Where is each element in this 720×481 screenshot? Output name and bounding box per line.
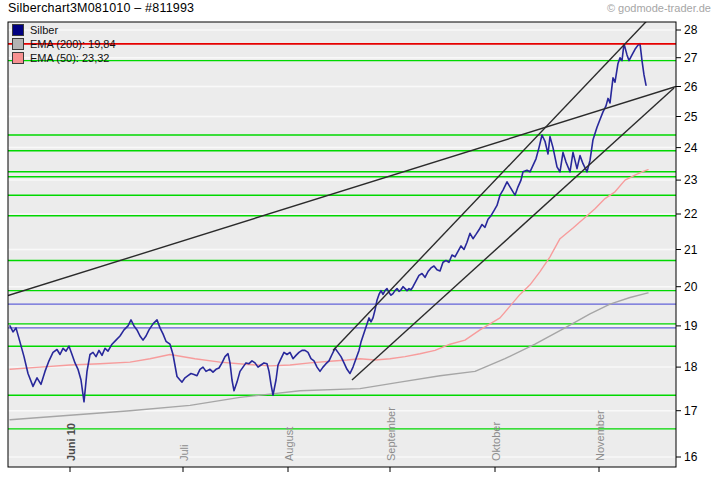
y-tick-label: 18 [684, 360, 698, 374]
y-tick-label: 17 [684, 404, 698, 418]
legend-swatch-ema200-icon [12, 38, 24, 50]
y-tick-label: 20 [684, 280, 698, 294]
price-chart: 16171819202122232425262728Juni 10JuliAug… [0, 0, 720, 481]
legend-swatch-silber-icon [12, 24, 24, 36]
y-tick-label: 21 [684, 243, 698, 257]
chart-window: 16171819202122232425262728Juni 10JuliAug… [0, 0, 720, 481]
y-tick-label: 25 [684, 110, 698, 124]
legend: Silber EMA (200): 19,84 EMA (50): 23,32 [12, 23, 116, 65]
month-label: September [385, 407, 397, 461]
y-tick-label: 22 [684, 207, 698, 221]
legend-swatch-ema50-icon [12, 52, 24, 64]
y-tick-label: 26 [684, 80, 698, 94]
y-tick-label: 28 [684, 23, 698, 37]
y-tick-label: 19 [684, 319, 698, 333]
month-label: Juli [178, 444, 190, 461]
watermark: © godmode-trader.de [607, 2, 711, 14]
month-label: November [594, 410, 606, 461]
plot-background [8, 22, 676, 467]
legend-label-ema200: EMA (200): 19,84 [24, 38, 116, 50]
y-tick-label: 16 [684, 450, 698, 464]
legend-item-ema200: EMA (200): 19,84 [12, 37, 116, 50]
month-label: Oktober [490, 422, 502, 461]
legend-item-silber: Silber [12, 23, 116, 36]
y-tick-label: 23 [684, 173, 698, 187]
legend-label-silber: Silber [24, 24, 58, 36]
legend-item-ema50: EMA (50): 23,32 [12, 51, 116, 64]
y-tick-label: 27 [684, 51, 698, 65]
legend-label-ema50: EMA (50): 23,32 [24, 52, 110, 64]
month-label: Juni 10 [65, 423, 77, 461]
page-title: Silberchart3M081010 – #811993 [8, 1, 194, 15]
month-label: August [283, 427, 295, 461]
y-tick-label: 24 [684, 141, 698, 155]
